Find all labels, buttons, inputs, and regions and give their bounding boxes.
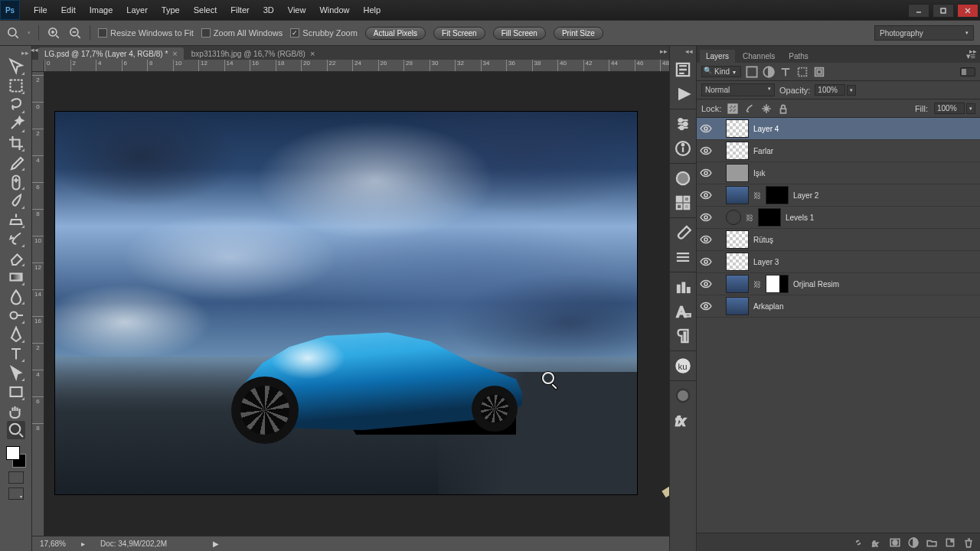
history-panel-icon[interactable] — [673, 60, 693, 80]
layer-name[interactable]: Layer 4 — [753, 125, 779, 133]
layer-row[interactable]: Layer 3 — [697, 251, 980, 273]
zoom-all-checkbox[interactable]: Zoom All Windows — [201, 28, 283, 37]
history-brush-tool[interactable] — [7, 230, 25, 248]
document-tab[interactable]: LG.psd @ 17,7% (Layer 4, RGB/8) *× — [38, 47, 184, 60]
zoom-level[interactable]: 17,68% — [40, 540, 66, 548]
blend-mode-select[interactable]: Normal▾ — [701, 83, 775, 96]
layer-name[interactable]: Layer 3 — [753, 258, 779, 266]
layer-fx-icon[interactable]: fx — [871, 537, 882, 548]
clone-stamp-tool[interactable] — [7, 210, 25, 229]
resize-windows-checkbox[interactable]: Resize Windows to Fit — [98, 28, 194, 37]
brush-tool[interactable] — [7, 191, 25, 210]
fill-input[interactable]: 100% — [934, 103, 965, 114]
status-arrow-icon[interactable]: ▸ — [81, 540, 85, 548]
visibility-icon[interactable] — [700, 145, 712, 157]
ruler-vertical[interactable]: 202468101214162468 — [32, 72, 44, 536]
visibility-icon[interactable] — [700, 300, 712, 312]
layer-row[interactable]: ⛓Levels 1 — [697, 207, 980, 229]
pen-tool[interactable] — [7, 325, 25, 344]
filter-smart-icon[interactable] — [813, 66, 825, 78]
fill-flyout[interactable]: ▾ — [966, 103, 975, 114]
visibility-icon[interactable] — [700, 122, 712, 135]
menu-filter[interactable]: Filter — [224, 2, 255, 18]
link-layers-icon[interactable] — [853, 537, 864, 548]
filter-pixel-icon[interactable] — [746, 66, 758, 78]
gradient-tool[interactable] — [7, 268, 25, 286]
layer-thumbnail[interactable] — [726, 186, 749, 204]
adjustments-panel-icon[interactable] — [673, 277, 693, 297]
rectangle-tool[interactable] — [7, 383, 25, 401]
lock-transparency-icon[interactable] — [727, 103, 738, 114]
dodge-tool[interactable] — [7, 306, 25, 324]
document-tab[interactable]: bxp31319h.jpg @ 16,7% (RGB/8)× — [185, 47, 322, 60]
layer-row[interactable]: Farlar — [697, 140, 980, 162]
menu-window[interactable]: Window — [313, 2, 355, 18]
filter-type-icon[interactable] — [779, 66, 792, 78]
lock-image-icon[interactable] — [744, 103, 755, 114]
magic-wand-tool[interactable] — [7, 115, 25, 133]
layer-row[interactable]: Işık — [697, 162, 980, 184]
layer-row[interactable]: Rütuş — [697, 229, 980, 251]
layer-name[interactable]: Işık — [753, 169, 766, 178]
menu-select[interactable]: Select — [188, 2, 224, 18]
opacity-flyout[interactable]: ▾ — [847, 85, 856, 96]
collapse-dock-icon[interactable]: ◂◂ — [685, 47, 693, 55]
layer-name[interactable]: Farlar — [753, 147, 773, 155]
lasso-tool[interactable] — [7, 96, 25, 114]
zoom-tool-icon[interactable] — [6, 26, 20, 40]
opacity-input[interactable]: 100% — [815, 84, 845, 96]
filter-adjustment-icon[interactable] — [763, 66, 775, 78]
layer-thumbnail[interactable] — [726, 275, 749, 293]
layer-name[interactable]: Arkaplan — [753, 302, 783, 311]
brush-panel-icon[interactable] — [673, 223, 693, 243]
move-tool[interactable] — [7, 57, 25, 76]
tab-close-icon[interactable]: × — [172, 49, 177, 58]
info-panel-icon[interactable] — [673, 139, 693, 158]
brush-presets-panel-icon[interactable] — [673, 247, 693, 267]
menu-image[interactable]: Image — [83, 2, 119, 18]
styles-panel-icon[interactable] — [673, 386, 693, 406]
layer-thumbnail[interactable] — [726, 119, 749, 138]
type-tool[interactable] — [7, 344, 25, 363]
visibility-icon[interactable] — [700, 211, 712, 223]
color-swatches[interactable] — [5, 445, 28, 468]
layer-thumbnail[interactable] — [726, 230, 749, 249]
new-adjustment-icon[interactable] — [908, 537, 919, 548]
menu-3d[interactable]: 3D — [257, 2, 280, 18]
scrubby-zoom-checkbox[interactable]: Scrubby Zoom — [290, 28, 358, 37]
workspace-switcher[interactable]: Photography▾ — [874, 25, 974, 41]
layer-mask-thumbnail[interactable] — [766, 186, 789, 204]
layer-thumbnail[interactable] — [726, 297, 749, 315]
layer-mask-thumbnail[interactable] — [766, 275, 789, 293]
lock-all-icon[interactable] — [778, 103, 789, 114]
status-play-icon[interactable]: ▶ — [213, 540, 219, 548]
fit-screen-button[interactable]: Fit Screen — [433, 27, 485, 40]
filter-toggle[interactable] — [960, 67, 975, 77]
eyedropper-tool[interactable] — [7, 153, 25, 171]
visibility-icon[interactable] — [700, 189, 712, 201]
lock-position-icon[interactable] — [761, 103, 772, 114]
new-layer-icon[interactable] — [945, 537, 956, 548]
minimize-button[interactable] — [908, 4, 929, 18]
layer-thumbnail[interactable] — [726, 142, 749, 160]
delete-layer-icon[interactable] — [963, 537, 974, 548]
menu-help[interactable]: Help — [358, 2, 387, 18]
ruler-horizontal[interactable]: 0246810121416182022242628303234363840424… — [44, 60, 669, 72]
menu-layer[interactable]: Layer — [120, 2, 154, 18]
path-selection-tool[interactable] — [7, 364, 25, 382]
layer-thumbnail[interactable] — [726, 210, 741, 225]
character-panel-icon[interactable]: A — [673, 302, 693, 321]
menu-view[interactable]: View — [282, 2, 312, 18]
marquee-tool[interactable] — [7, 77, 25, 95]
close-button[interactable] — [957, 4, 978, 18]
quick-mask-button[interactable] — [8, 471, 24, 484]
layer-thumbnail[interactable] — [726, 253, 749, 271]
filter-shape-icon[interactable] — [796, 66, 808, 78]
layer-mask-thumbnail[interactable] — [758, 208, 781, 227]
panel-tab-channels[interactable]: Channels — [737, 50, 781, 63]
layer-mask-icon[interactable] — [890, 537, 900, 548]
fx-panel-icon[interactable]: fx — [673, 410, 693, 430]
expand-panels-icon[interactable]: ▸▸ — [660, 47, 668, 55]
layer-name[interactable]: Orjinal Resim — [793, 280, 839, 289]
layer-name[interactable]: Layer 2 — [793, 191, 818, 200]
